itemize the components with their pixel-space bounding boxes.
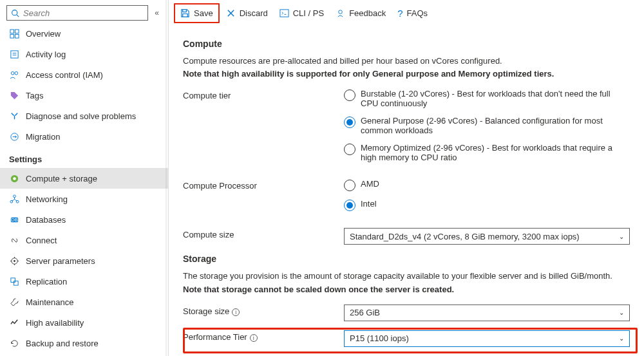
networking-icon [9,194,19,204]
sidebar-item-databases[interactable]: DBDatabases [0,209,168,230]
svg-rect-4 [10,34,14,38]
sidebar-item-overview[interactable]: Overview [0,23,168,44]
svg-rect-21 [10,277,15,282]
backup-restore-icon [9,338,19,348]
feedback-button[interactable]: Feedback [330,5,391,22]
sidebar-item-backup-restore[interactable]: Backup and restore [0,333,168,353]
server-parameters-icon [9,256,19,266]
sidebar-item-high-availability[interactable]: High availability [0,312,168,333]
content-area: Compute Compute resources are pre-alloca… [169,26,644,356]
compute-processor-amd[interactable]: AMD [344,179,630,191]
compute-size-label: Compute size [183,228,344,239]
discard-button[interactable]: Discard [221,5,273,22]
feedback-icon [336,8,345,18]
sidebar-item-label: Server parameters [26,256,95,266]
compute-storage-icon [9,173,19,183]
maintenance-icon [9,297,19,307]
activity-log-icon [9,49,19,59]
svg-point-10 [14,71,17,75]
svg-point-0 [12,10,17,15]
performance-tier-label: Performance Tieri [183,330,344,342]
sidebar-item-tags[interactable]: Tags [0,85,168,106]
select-value: 256 GiB [350,308,380,317]
search-input[interactable] [23,8,144,18]
radio-label: Intel [361,199,377,209]
svg-line-1 [17,14,19,16]
migration-icon [9,131,19,142]
storage-description: The storage you provision is the amount … [183,270,630,282]
sidebar-item-connect[interactable]: Connect [0,230,168,250]
sidebar-item-label: Tags [26,91,43,100]
svg-rect-3 [15,29,19,33]
sidebar-item-server-parameters[interactable]: Server parameters [0,250,168,271]
compute-tier-label: Compute tier [183,89,344,100]
radio-label: Burstable (1-20 vCores) - Best for workl… [361,89,630,108]
svg-rect-25 [280,9,289,16]
sidebar-item-label: Replication [26,277,67,286]
chevron-down-icon: ⌄ [619,233,624,240]
sidebar-item-label: Maintenance [26,297,73,307]
sidebar-item-label: Networking [26,194,68,204]
toolbar-label: Discard [240,8,268,18]
storage-size-select[interactable]: 256 GiB⌄ [344,304,630,321]
select-value: Standard_D2ds_v4 (2 vCores, 8 GiB memory… [350,232,580,241]
svg-point-20 [14,260,15,262]
save-button[interactable]: Save [174,3,220,23]
radio-icon [344,180,355,191]
compute-note: Note that high availability is supported… [183,68,630,80]
compute-tier-memory-optimized[interactable]: Memory Optimized (2-96 vCores) - Best fo… [344,143,630,162]
radio-icon [344,200,355,211]
sidebar-item-label: High availability [26,318,84,328]
svg-rect-6 [10,50,17,57]
sidebar-item-migration[interactable]: Migration [0,126,168,147]
connect-icon [9,235,19,245]
storage-note: Note that storage cannot be scaled down … [183,284,630,295]
toolbar-label: CLI / PS [293,8,324,18]
sidebar-item-label: Overview [26,29,61,39]
sidebar-item-maintenance[interactable]: Maintenance [0,292,168,312]
compute-processor-intel[interactable]: Intel [344,199,630,211]
radio-icon [344,117,355,128]
svg-text:DB: DB [11,217,17,223]
sidebar-item-replication[interactable]: Replication [0,271,168,292]
radio-label: AMD [361,179,379,189]
faqs-button[interactable]: ?FAQs [392,4,433,23]
access-control-icon [9,70,19,80]
svg-rect-22 [14,281,18,285]
compute-processor-label: Compute Processor [183,179,344,191]
radio-icon [344,144,355,155]
radio-label: Memory Optimized (2-96 vCores) - Best fo… [361,143,630,162]
select-value: P15 (1100 iops) [350,333,409,343]
compute-size-select[interactable]: Standard_D2ds_v4 (2 vCores, 8 GiB memory… [344,228,630,245]
toolbar-label: FAQs [407,8,428,18]
sidebar-item-networking[interactable]: Networking [0,189,168,209]
discard-icon [226,8,236,18]
info-icon[interactable]: i [232,308,240,316]
svg-rect-5 [15,34,19,38]
sidebar-item-label: Backup and restore [26,339,99,348]
collapse-sidebar-button[interactable]: « [152,7,162,19]
compute-description: Compute resources are pre-allocated and … [183,55,630,67]
diagnose-icon [9,111,19,121]
svg-point-9 [11,71,14,75]
compute-tier-burstable[interactable]: Burstable (1-20 vCores) - Best for workl… [344,89,630,108]
performance-tier-select[interactable]: P15 (1100 iops)⌄ [344,330,630,347]
sidebar-item-label: Compute + storage [26,174,97,183]
info-icon[interactable]: i [250,334,258,342]
sidebar-item-activity-log[interactable]: Activity log [0,44,168,64]
sidebar-item-compute-storage[interactable]: Compute + storage [0,168,168,189]
sidebar-item-label: Access control (IAM) [26,70,103,80]
svg-rect-2 [10,29,14,33]
cli-ps-button[interactable]: CLI / PS [274,5,329,22]
sidebar-item-access-control[interactable]: Access control (IAM) [0,64,168,85]
compute-heading: Compute [183,39,630,49]
search-input-wrapper[interactable] [6,5,148,21]
faqs-icon: ? [397,8,402,19]
chevron-down-icon: ⌄ [619,309,624,316]
sidebar-item-label: Diagnose and solve problems [26,111,136,121]
toolbar-label: Feedback [349,8,386,18]
compute-tier-general-purpose[interactable]: General Purpose (2-96 vCores) - Balanced… [344,116,630,135]
sidebar-item-label: Activity log [26,50,66,59]
storage-heading: Storage [183,254,630,264]
sidebar-item-diagnose[interactable]: Diagnose and solve problems [0,106,168,126]
